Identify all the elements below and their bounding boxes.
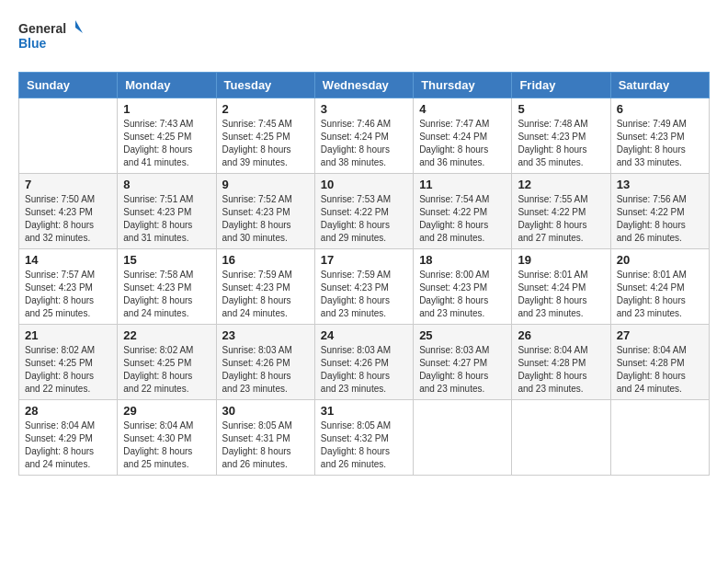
calendar-cell: 14Sunrise: 7:57 AMSunset: 4:23 PMDayligh… [19, 249, 118, 325]
day-number: 20 [617, 253, 703, 267]
calendar-cell: 30Sunrise: 8:05 AMSunset: 4:31 PMDayligh… [216, 400, 314, 476]
day-info: Sunrise: 7:46 AMSunset: 4:24 PMDaylight:… [321, 118, 407, 169]
calendar-week-row: 21Sunrise: 8:02 AMSunset: 4:25 PMDayligh… [19, 325, 710, 400]
calendar-cell: 21Sunrise: 8:02 AMSunset: 4:25 PMDayligh… [19, 325, 118, 400]
day-info: Sunrise: 8:04 AMSunset: 4:28 PMDaylight:… [617, 344, 703, 396]
day-number: 31 [321, 404, 407, 418]
day-info: Sunrise: 7:47 AMSunset: 4:24 PMDaylight:… [419, 118, 506, 169]
calendar-cell: 11Sunrise: 7:54 AMSunset: 4:22 PMDayligh… [414, 174, 512, 249]
calendar-table: SundayMondayTuesdayWednesdayThursdayFrid… [18, 72, 710, 476]
calendar-cell: 10Sunrise: 7:53 AMSunset: 4:22 PMDayligh… [314, 174, 413, 249]
day-number: 28 [25, 404, 111, 418]
calendar-cell: 1Sunrise: 7:43 AMSunset: 4:25 PMDaylight… [118, 98, 216, 174]
day-number: 16 [222, 253, 309, 267]
day-number: 22 [123, 328, 210, 342]
calendar-cell: 31Sunrise: 8:05 AMSunset: 4:32 PMDayligh… [314, 400, 413, 476]
day-number: 21 [25, 328, 111, 342]
day-info: Sunrise: 8:00 AMSunset: 4:23 PMDaylight:… [419, 269, 506, 320]
day-info: Sunrise: 8:05 AMSunset: 4:31 PMDaylight:… [222, 419, 309, 471]
calendar-cell: 3Sunrise: 7:46 AMSunset: 4:24 PMDaylight… [314, 98, 413, 174]
weekday-header: Wednesday [314, 73, 413, 98]
day-number: 19 [518, 253, 604, 267]
day-number: 12 [518, 178, 604, 191]
calendar-cell: 22Sunrise: 8:02 AMSunset: 4:25 PMDayligh… [118, 325, 216, 400]
day-number: 11 [419, 178, 506, 191]
weekday-header: Saturday [610, 73, 709, 98]
day-info: Sunrise: 7:52 AMSunset: 4:23 PMDaylight:… [222, 193, 309, 245]
calendar-header-row: SundayMondayTuesdayWednesdayThursdayFrid… [19, 73, 710, 98]
calendar-cell: 23Sunrise: 8:03 AMSunset: 4:26 PMDayligh… [216, 325, 314, 400]
calendar-cell: 16Sunrise: 7:59 AMSunset: 4:23 PMDayligh… [216, 249, 314, 325]
calendar-cell: 5Sunrise: 7:48 AMSunset: 4:23 PMDaylight… [512, 98, 610, 174]
day-number: 4 [419, 102, 506, 116]
day-number: 26 [518, 328, 604, 342]
calendar-cell: 29Sunrise: 8:04 AMSunset: 4:30 PMDayligh… [118, 400, 216, 476]
day-number: 8 [123, 178, 210, 191]
day-number: 25 [419, 328, 506, 342]
weekday-header: Sunday [19, 73, 118, 98]
calendar-week-row: 7Sunrise: 7:50 AMSunset: 4:23 PMDaylight… [19, 174, 710, 249]
day-number: 23 [222, 328, 309, 342]
calendar-week-row: 1Sunrise: 7:43 AMSunset: 4:25 PMDaylight… [19, 98, 710, 174]
day-info: Sunrise: 8:01 AMSunset: 4:24 PMDaylight:… [518, 269, 604, 320]
svg-text:General: General [18, 21, 66, 36]
day-info: Sunrise: 8:04 AMSunset: 4:28 PMDaylight:… [518, 344, 604, 396]
calendar-cell [19, 98, 118, 174]
day-number: 24 [321, 328, 407, 342]
day-info: Sunrise: 7:58 AMSunset: 4:23 PMDaylight:… [123, 269, 210, 320]
day-info: Sunrise: 7:59 AMSunset: 4:23 PMDaylight:… [321, 269, 407, 320]
calendar-week-row: 14Sunrise: 7:57 AMSunset: 4:23 PMDayligh… [19, 249, 710, 325]
calendar-cell: 12Sunrise: 7:55 AMSunset: 4:22 PMDayligh… [512, 174, 610, 249]
day-number: 7 [25, 178, 111, 191]
svg-text:Blue: Blue [18, 36, 47, 51]
calendar-cell [414, 400, 512, 476]
logo: General Blue [18, 18, 83, 57]
weekday-header: Thursday [414, 73, 512, 98]
calendar-cell: 18Sunrise: 8:00 AMSunset: 4:23 PMDayligh… [414, 249, 512, 325]
day-number: 15 [123, 253, 210, 267]
calendar-cell: 6Sunrise: 7:49 AMSunset: 4:23 PMDaylight… [610, 98, 709, 174]
calendar-cell [512, 400, 610, 476]
day-info: Sunrise: 7:55 AMSunset: 4:22 PMDaylight:… [518, 193, 604, 245]
calendar-cell: 2Sunrise: 7:45 AMSunset: 4:25 PMDaylight… [216, 98, 314, 174]
calendar-cell [610, 400, 709, 476]
day-info: Sunrise: 7:57 AMSunset: 4:23 PMDaylight:… [25, 269, 111, 320]
day-info: Sunrise: 8:02 AMSunset: 4:25 PMDaylight:… [123, 344, 210, 396]
day-number: 13 [617, 178, 703, 191]
page-header: General Blue [18, 18, 710, 57]
logo-svg: General Blue [18, 18, 83, 57]
day-info: Sunrise: 7:49 AMSunset: 4:23 PMDaylight:… [617, 118, 703, 169]
day-number: 6 [617, 102, 703, 116]
day-number: 1 [123, 102, 210, 116]
day-number: 17 [321, 253, 407, 267]
day-info: Sunrise: 7:54 AMSunset: 4:22 PMDaylight:… [419, 193, 506, 245]
day-number: 5 [518, 102, 604, 116]
day-number: 14 [25, 253, 111, 267]
calendar-cell: 17Sunrise: 7:59 AMSunset: 4:23 PMDayligh… [314, 249, 413, 325]
day-number: 30 [222, 404, 309, 418]
day-info: Sunrise: 8:04 AMSunset: 4:30 PMDaylight:… [123, 419, 210, 471]
calendar-cell: 7Sunrise: 7:50 AMSunset: 4:23 PMDaylight… [19, 174, 118, 249]
day-info: Sunrise: 8:04 AMSunset: 4:29 PMDaylight:… [25, 419, 111, 471]
day-number: 18 [419, 253, 506, 267]
calendar-cell: 25Sunrise: 8:03 AMSunset: 4:27 PMDayligh… [414, 325, 512, 400]
calendar-cell: 20Sunrise: 8:01 AMSunset: 4:24 PMDayligh… [610, 249, 709, 325]
calendar-cell: 9Sunrise: 7:52 AMSunset: 4:23 PMDaylight… [216, 174, 314, 249]
weekday-header: Monday [118, 73, 216, 98]
calendar-cell: 15Sunrise: 7:58 AMSunset: 4:23 PMDayligh… [118, 249, 216, 325]
day-number: 10 [321, 178, 407, 191]
day-info: Sunrise: 7:51 AMSunset: 4:23 PMDaylight:… [123, 193, 210, 245]
day-number: 3 [321, 102, 407, 116]
day-info: Sunrise: 8:03 AMSunset: 4:27 PMDaylight:… [419, 344, 506, 396]
weekday-header: Friday [512, 73, 610, 98]
day-number: 27 [617, 328, 703, 342]
day-info: Sunrise: 7:53 AMSunset: 4:22 PMDaylight:… [321, 193, 407, 245]
day-info: Sunrise: 8:02 AMSunset: 4:25 PMDaylight:… [25, 344, 111, 396]
calendar-cell: 13Sunrise: 7:56 AMSunset: 4:22 PMDayligh… [610, 174, 709, 249]
day-number: 29 [123, 404, 210, 418]
day-info: Sunrise: 8:01 AMSunset: 4:24 PMDaylight:… [617, 269, 703, 320]
calendar-cell: 24Sunrise: 8:03 AMSunset: 4:26 PMDayligh… [314, 325, 413, 400]
day-info: Sunrise: 8:05 AMSunset: 4:32 PMDaylight:… [321, 419, 407, 471]
calendar-cell: 27Sunrise: 8:04 AMSunset: 4:28 PMDayligh… [610, 325, 709, 400]
day-info: Sunrise: 7:48 AMSunset: 4:23 PMDaylight:… [518, 118, 604, 169]
